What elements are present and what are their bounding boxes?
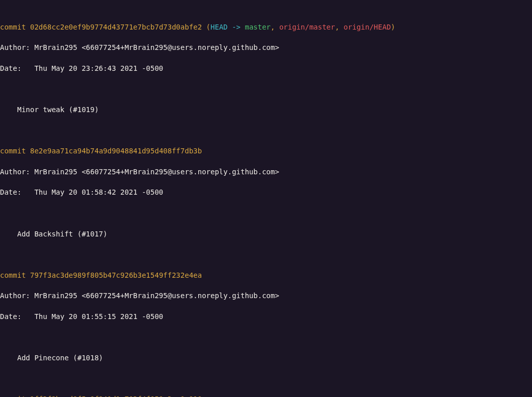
author-line: Author: MrBrain295 <66077254+MrBrain295@… — [0, 167, 532, 177]
head-arrow: HEAD -> — [210, 23, 245, 31]
date-label: Date: — [0, 64, 34, 72]
author-line: Author: MrBrain295 <66077254+MrBrain295@… — [0, 290, 532, 301]
commit-label: commit — [0, 23, 30, 31]
date-value: Thu May 20 01:55:15 2021 -0500 — [34, 312, 163, 321]
blank-line — [0, 374, 532, 384]
commit-label: commit — [0, 395, 30, 397]
date-value: Thu May 20 01:58:42 2021 -0500 — [34, 188, 163, 196]
git-log-output[interactable]: commit 02d68cc2e0ef9b9774d43771e7bcb7d73… — [0, 0, 532, 397]
author-value: MrBrain295 <66077254+MrBrain295@users.no… — [34, 168, 279, 176]
date-line: Date: Thu May 20 01:58:42 2021 -0500 — [0, 187, 532, 197]
blank-line — [0, 249, 532, 259]
author-value: MrBrain295 <66077254+MrBrain295@users.no… — [34, 43, 279, 51]
date-label: Date: — [0, 188, 34, 196]
commit-line: commit 1ff3f2becd8f5e8f241d1a703f4f059e3… — [0, 394, 532, 397]
blank-line — [0, 84, 532, 94]
blank-line — [0, 208, 532, 218]
commit-hash: 8e2e9aa71ca94b74a9d9048841d95d408ff7db3b — [30, 147, 202, 155]
commit-hash: 1ff3f2becd8f5e8f241d1a703f4f059e3ac0e910 — [30, 395, 202, 397]
remote-ref: origin/master — [279, 23, 335, 31]
commit-body-line: Add Pinecone (#1018) — [0, 353, 532, 363]
commit-label: commit — [0, 271, 30, 279]
date-label: Date: — [0, 312, 34, 321]
date-line: Date: Thu May 20 01:55:15 2021 -0500 — [0, 311, 532, 322]
refs-sep: , — [335, 23, 343, 31]
commit-line: commit 797f3ac3de989f805b47c926b3e1549ff… — [0, 270, 532, 280]
blank-line — [0, 332, 532, 342]
commit-body-line: Minor tweak (#1019) — [0, 104, 532, 115]
author-line: Author: MrBrain295 <66077254+MrBrain295@… — [0, 42, 532, 52]
blank-line — [0, 125, 532, 136]
commit-hash: 797f3ac3de989f805b47c926b3e1549ff232e4ea — [30, 271, 202, 279]
date-line: Date: Thu May 20 23:26:43 2021 -0500 — [0, 63, 532, 73]
author-label: Author: — [0, 43, 34, 51]
commit-hash: 02d68cc2e0ef9b9774d43771e7bcb7d73d0abfe2 — [30, 23, 202, 31]
commit-line: commit 02d68cc2e0ef9b9774d43771e7bcb7d73… — [0, 22, 532, 32]
date-value: Thu May 20 23:26:43 2021 -0500 — [34, 64, 163, 72]
refs-close: ) — [391, 23, 395, 31]
commit-label: commit — [0, 147, 30, 155]
commit-line: commit 8e2e9aa71ca94b74a9d9048841d95d408… — [0, 146, 532, 156]
commit-body-line: Add Backshift (#1017) — [0, 229, 532, 239]
author-label: Author: — [0, 168, 34, 176]
head-target: master — [245, 23, 271, 31]
author-value: MrBrain295 <66077254+MrBrain295@users.no… — [34, 292, 279, 300]
refs-open: ( — [202, 23, 210, 31]
author-label: Author: — [0, 292, 34, 300]
refs-sep: , — [271, 23, 279, 31]
remote-ref: origin/HEAD — [343, 23, 391, 31]
